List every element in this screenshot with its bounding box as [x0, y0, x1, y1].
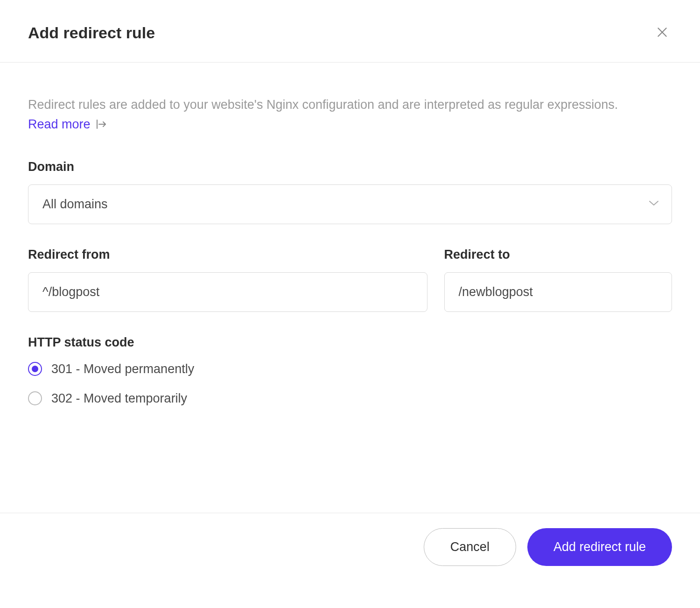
- add-redirect-modal: Add redirect rule Redirect rules are add…: [0, 0, 700, 608]
- redirect-to-input[interactable]: [444, 272, 672, 312]
- redirect-from-input[interactable]: [28, 272, 427, 312]
- radio-301[interactable]: 301 - Moved permanently: [28, 362, 672, 376]
- close-button[interactable]: [652, 22, 672, 43]
- redirect-row: Redirect from Redirect to: [28, 247, 672, 312]
- status-code-radio-group: 301 - Moved permanently 302 - Moved temp…: [28, 362, 672, 406]
- close-icon: [656, 26, 668, 40]
- domain-label: Domain: [28, 160, 672, 174]
- modal-header: Add redirect rule: [0, 0, 700, 63]
- radio-circle-icon: [28, 391, 42, 405]
- redirect-from-group: Redirect from: [28, 247, 427, 312]
- cancel-button[interactable]: Cancel: [424, 528, 516, 566]
- external-link-icon: [95, 119, 107, 129]
- status-code-label: HTTP status code: [28, 335, 672, 350]
- domain-select-wrapper: All domains: [28, 184, 672, 224]
- radio-dot-icon: [32, 366, 38, 372]
- radio-302[interactable]: 302 - Moved temporarily: [28, 391, 672, 406]
- read-more-label: Read more: [28, 117, 91, 132]
- radio-301-label: 301 - Moved permanently: [51, 362, 194, 376]
- modal-title: Add redirect rule: [28, 24, 155, 42]
- redirect-to-label: Redirect to: [444, 247, 672, 262]
- modal-body: Redirect rules are added to your website…: [0, 63, 700, 513]
- redirect-from-label: Redirect from: [28, 247, 427, 262]
- modal-footer: Cancel Add redirect rule: [0, 513, 700, 608]
- domain-field-group: Domain All domains: [28, 160, 672, 224]
- redirect-to-group: Redirect to: [444, 247, 672, 312]
- status-code-group: HTTP status code 301 - Moved permanently…: [28, 335, 672, 406]
- submit-button[interactable]: Add redirect rule: [527, 528, 672, 566]
- description-text: Redirect rules are added to your website…: [28, 95, 672, 114]
- radio-302-label: 302 - Moved temporarily: [51, 391, 187, 406]
- radio-circle-icon: [28, 362, 42, 376]
- read-more-link[interactable]: Read more: [28, 117, 107, 132]
- domain-select[interactable]: All domains: [28, 184, 672, 224]
